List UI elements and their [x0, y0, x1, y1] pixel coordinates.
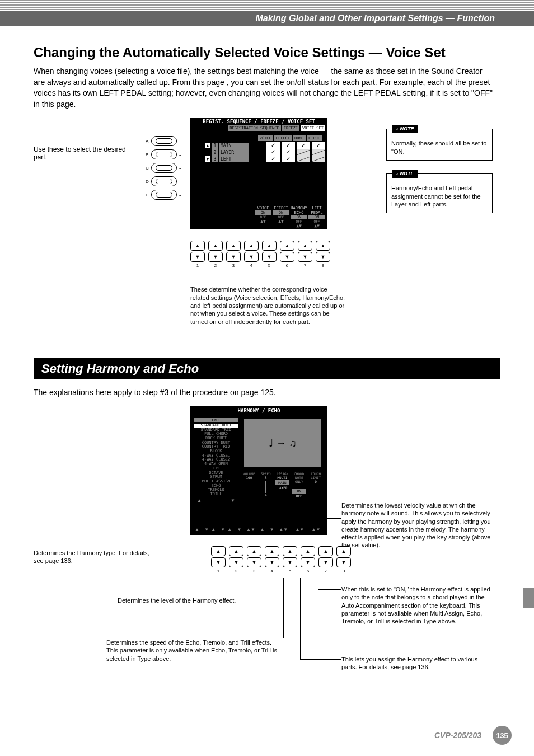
disabled-cell	[312, 156, 325, 162]
down-arrow-icon[interactable]: ▼	[229, 557, 243, 567]
select-part-label: Use these to select the desired part.	[34, 145, 129, 161]
display1-title: REGIST. SEQUENCE / FREEZE / VOICE SET	[190, 118, 327, 124]
anno-harmony-level: Determines the level of the Harmony effe…	[118, 597, 274, 604]
button-pair-7[interactable]: ▲▼7	[318, 546, 333, 574]
button-pair-5[interactable]: ▲▼5	[283, 546, 297, 574]
anno-speed: Determines the speed of the Echo, Tremol…	[106, 638, 280, 663]
button-pair-5[interactable]: ▲ ▼ 5	[262, 241, 277, 268]
param-assign: ASSIGN MULTI MAIN LAYER	[275, 472, 290, 498]
side-button-b[interactable]: B -	[146, 148, 181, 161]
callout-line	[264, 578, 264, 597]
down-arrow-icon[interactable]: ▼	[301, 557, 315, 567]
down-arrow-icon[interactable]: ▼	[211, 557, 226, 567]
up-arrow-icon[interactable]: ▲	[283, 546, 297, 556]
side-button-a[interactable]: A -	[146, 134, 181, 148]
up-arrow-icon[interactable]: ▲	[190, 241, 205, 251]
up-arrow-icon[interactable]: ▲	[226, 241, 241, 251]
harmony-echo-figure: HARMONY / ECHO TYPE STANDARD DUET STANDA…	[34, 406, 500, 675]
up-arrow-icon: ▲	[205, 143, 210, 148]
side-button-c[interactable]: C -	[146, 161, 181, 175]
button-pair-1[interactable]: ▲ ▼ 1	[190, 241, 205, 268]
down-arrow-icon: ▼	[205, 156, 210, 162]
section1-title: Changing the Automatically Selected Voic…	[34, 45, 500, 60]
bottom-voice: VOICE ON OFF ▲▼	[255, 206, 271, 228]
up-arrow-icon[interactable]: ▲	[280, 241, 294, 251]
display2-title: HARMONY / ECHO	[190, 406, 327, 414]
up-arrow-icon[interactable]: ▲	[265, 546, 279, 556]
up-arrow-icon[interactable]: ▲	[301, 546, 315, 556]
anno-harmony-type: Determines the Harmony type. For details…	[34, 549, 151, 565]
down-arrow-icon[interactable]: ▼	[316, 252, 330, 262]
col-voice: VOICE	[258, 135, 273, 141]
down-arrow-icon[interactable]: ▼	[318, 557, 333, 567]
voice-set-callout: These determine whether the correspondin…	[190, 285, 347, 325]
callout-line	[318, 578, 318, 589]
button-pair-2[interactable]: ▲▼2	[229, 546, 243, 574]
side-button-d[interactable]: D -	[146, 175, 181, 188]
section1-intro: When changing voices (selecting a voice …	[34, 66, 500, 110]
side-buttons: A - B - C - D - E -	[146, 134, 181, 201]
down-arrow-icon[interactable]: ▼	[226, 252, 241, 262]
disabled-cell	[297, 156, 310, 162]
col-hrm: HRM.	[293, 135, 306, 141]
header: Making Global and Other Important Settin…	[0, 0, 534, 34]
callout-line	[318, 589, 341, 590]
button-pair-6[interactable]: ▲▼6	[301, 546, 315, 574]
row-main: MAIN	[219, 143, 249, 149]
button-pair-3[interactable]: ▲▼3	[247, 546, 261, 574]
param-chord: CHORD NOTE ONLY ON OFF	[292, 472, 306, 498]
bottom-effect: EFFECT ON OFF ▲▼	[273, 206, 289, 228]
col-effect: EFFECT	[274, 135, 292, 141]
button-pair-2[interactable]: ▲ ▼ 2	[208, 241, 223, 268]
note-label: NOTE	[392, 170, 418, 178]
down-arrow-icon[interactable]: ▼	[208, 252, 223, 262]
up-arrow-icon[interactable]: ▲	[298, 241, 312, 251]
callout-line	[283, 578, 284, 638]
row-layer: LAYER	[219, 149, 249, 156]
check-icon: ✓	[266, 156, 280, 162]
tab-voice-set: VOICE SET	[301, 125, 325, 131]
down-arrow-icon[interactable]: ▼	[298, 252, 312, 262]
voice-set-display: REGIST. SEQUENCE / FREEZE / VOICE SET RE…	[190, 118, 327, 229]
param-volume: VOLUME 100	[242, 472, 256, 498]
up-arrow-icon[interactable]: ▲	[318, 546, 333, 556]
down-arrow-icon[interactable]: ▼	[280, 252, 294, 262]
voice-set-figure: Use these to select the desired part. A …	[34, 118, 500, 353]
note-box-1: NOTE Normally, these should all be set t…	[386, 129, 493, 161]
up-arrow-icon[interactable]: ▲	[208, 241, 223, 251]
side-button-e[interactable]: E -	[146, 188, 181, 201]
button-pair-8[interactable]: ▲ ▼ 8	[316, 241, 330, 268]
up-arrow-icon[interactable]: ▲	[316, 241, 330, 251]
button-pair-1[interactable]: ▲▼1	[211, 546, 226, 574]
page-footer: CVP-205/203 135	[434, 726, 512, 745]
down-arrow-icon[interactable]: ▼	[336, 557, 351, 567]
button-pair-4[interactable]: ▲▼4	[265, 546, 279, 574]
down-arrow-icon[interactable]: ▼	[247, 557, 261, 567]
down-arrow-icon[interactable]: ▼	[265, 557, 279, 567]
up-arrow-icon[interactable]: ▲	[244, 241, 259, 251]
down-arrow-icon[interactable]: ▼	[244, 252, 259, 262]
button-pair-3[interactable]: ▲ ▼ 3	[226, 241, 241, 268]
check-icon: ✓	[297, 142, 310, 149]
check-icon: ✓	[282, 149, 295, 156]
down-arrow-icon[interactable]: ▼	[262, 252, 277, 262]
tab-registration-sequence: REGISTRATION SEQUENCE	[228, 125, 281, 131]
down-arrow-icon[interactable]: ▼	[283, 557, 297, 567]
button-pair-4[interactable]: ▲ ▼ 4	[244, 241, 259, 268]
param-touch: TOUCH LIMIT 0	[308, 472, 323, 498]
check-icon: ✓	[266, 142, 280, 149]
button-pair-6[interactable]: ▲ ▼ 6	[280, 241, 294, 268]
down-arrow-icon[interactable]: ▼	[190, 252, 205, 262]
button-pair-8[interactable]: ▲▼8	[336, 546, 351, 574]
note-text: Harmony/Echo and Left pedal assignment c…	[391, 184, 488, 208]
up-arrow-icon[interactable]: ▲	[229, 546, 243, 556]
callout-line	[325, 518, 341, 519]
button-pair-7[interactable]: ▲ ▼ 7	[298, 241, 312, 268]
check-icon: ✓	[266, 149, 280, 156]
anno-touch-limit: Determines the lowest velocity value at …	[341, 501, 498, 550]
up-arrow-icon[interactable]: ▲	[262, 241, 277, 251]
up-arrow-icon[interactable]: ▲	[247, 546, 261, 556]
harmony-echo-display: HARMONY / ECHO TYPE STANDARD DUET STANDA…	[190, 406, 327, 535]
breadcrumb: Making Global and Other Important Settin…	[0, 11, 534, 26]
up-arrow-icon[interactable]: ▲	[211, 546, 226, 556]
